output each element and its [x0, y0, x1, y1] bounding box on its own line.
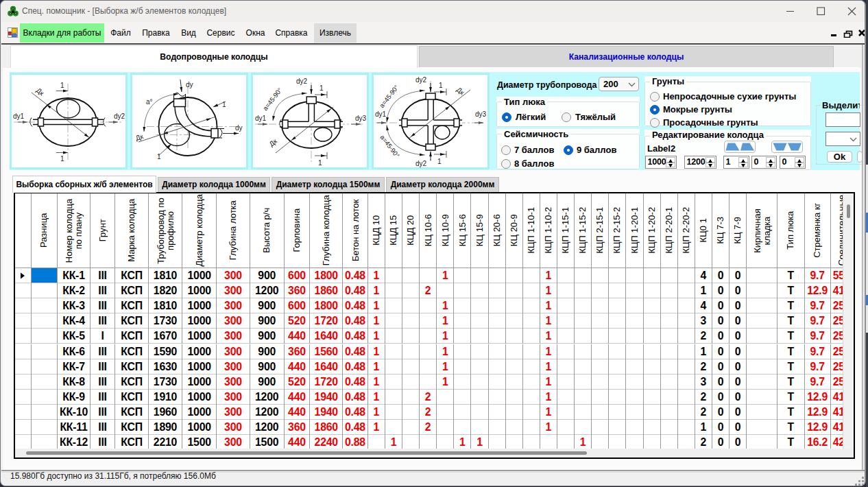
- svg-text:dу: dу: [235, 124, 243, 132]
- svg-text:1: 1: [318, 159, 322, 167]
- svg-text:1: 1: [320, 84, 324, 92]
- svg-text:Дк: Дк: [35, 86, 46, 97]
- svg-text:a°: a°: [146, 98, 153, 106]
- svg-text:dу2: dу2: [296, 78, 308, 85]
- svg-text:a=45-90°: a=45-90°: [261, 86, 284, 112]
- svg-text:dу3: dу3: [355, 115, 367, 122]
- svg-text:dу2: dу2: [415, 160, 427, 167]
- svg-text:1: 1: [60, 82, 64, 89]
- svg-text:dу1: dу1: [375, 110, 387, 118]
- svg-text:a=45-90°: a=45-90°: [378, 84, 400, 110]
- svg-text:dу2: dу2: [415, 76, 427, 84]
- svg-text:1: 1: [437, 158, 442, 165]
- svg-text:dу1: dу1: [255, 115, 267, 122]
- svg-text:dу: dу: [186, 81, 193, 88]
- svg-text:Дк: Дк: [455, 86, 466, 97]
- svg-text:Дк: Дк: [267, 137, 278, 148]
- svg-text:1: 1: [439, 82, 443, 89]
- svg-text:dу3: dу3: [475, 110, 487, 118]
- svg-text:dу1: dу1: [13, 112, 25, 120]
- svg-text:dу2: dу2: [114, 112, 125, 120]
- svg-text:1: 1: [60, 155, 64, 163]
